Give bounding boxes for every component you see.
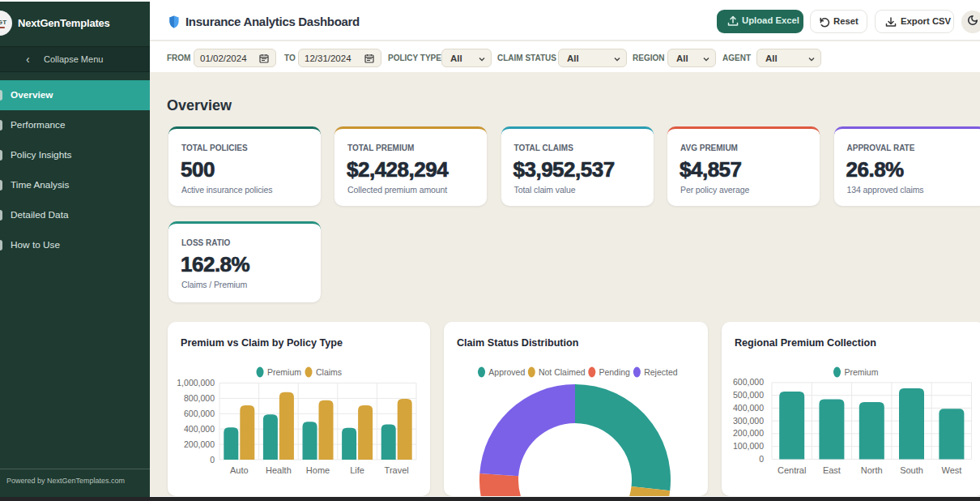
svg-text:Central: Central [778, 465, 806, 475]
svg-text:400,000: 400,000 [184, 424, 215, 434]
svg-text:Premium: Premium [844, 367, 878, 377]
svg-text:Travel: Travel [385, 465, 409, 475]
svg-text:500,000: 500,000 [733, 390, 764, 400]
svg-text:Rejected: Rejected [644, 367, 678, 377]
svg-text:Life: Life [350, 465, 364, 475]
svg-text:600,000: 600,000 [184, 409, 215, 418]
svg-text:Not Claimed: Not Claimed [539, 367, 586, 377]
svg-text:Auto: Auto [230, 465, 249, 475]
svg-text:1,000,000: 1,000,000 [177, 378, 215, 388]
svg-text:300,000: 300,000 [733, 416, 764, 426]
svg-text:Approved: Approved [488, 367, 525, 377]
svg-text:East: East [823, 465, 841, 475]
svg-text:Home: Home [306, 465, 330, 475]
svg-text:200,000: 200,000 [733, 428, 764, 438]
svg-text:0: 0 [759, 454, 764, 464]
svg-text:Pending: Pending [599, 367, 630, 377]
svg-text:400,000: 400,000 [733, 403, 764, 413]
svg-text:Premium: Premium [267, 367, 301, 377]
svg-text:North: North [861, 465, 883, 475]
svg-text:South: South [900, 465, 923, 475]
svg-text:Claims: Claims [316, 367, 342, 377]
svg-text:West: West [941, 465, 961, 475]
svg-text:Health: Health [266, 465, 292, 475]
svg-text:800,000: 800,000 [184, 393, 215, 403]
svg-text:600,000: 600,000 [733, 377, 764, 387]
svg-text:100,000: 100,000 [733, 441, 764, 451]
svg-text:0: 0 [210, 455, 215, 465]
svg-text:200,000: 200,000 [184, 439, 215, 449]
